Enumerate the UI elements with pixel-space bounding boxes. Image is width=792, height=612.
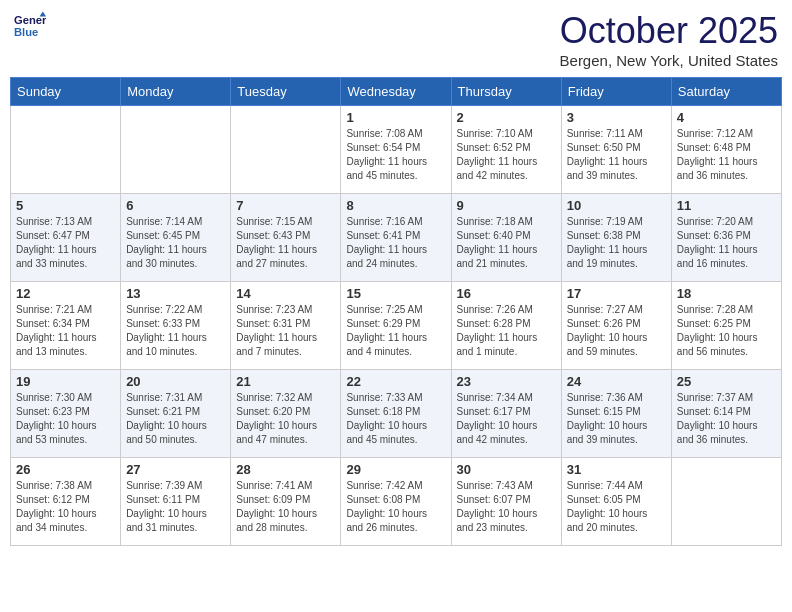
calendar-cell: 30Sunrise: 7:43 AM Sunset: 6:07 PM Dayli… <box>451 458 561 546</box>
day-info: Sunrise: 7:41 AM Sunset: 6:09 PM Dayligh… <box>236 479 335 535</box>
day-info: Sunrise: 7:44 AM Sunset: 6:05 PM Dayligh… <box>567 479 666 535</box>
calendar-cell: 3Sunrise: 7:11 AM Sunset: 6:50 PM Daylig… <box>561 106 671 194</box>
calendar-cell: 20Sunrise: 7:31 AM Sunset: 6:21 PM Dayli… <box>121 370 231 458</box>
calendar-cell: 14Sunrise: 7:23 AM Sunset: 6:31 PM Dayli… <box>231 282 341 370</box>
day-number: 16 <box>457 286 556 301</box>
calendar-cell: 18Sunrise: 7:28 AM Sunset: 6:25 PM Dayli… <box>671 282 781 370</box>
day-info: Sunrise: 7:30 AM Sunset: 6:23 PM Dayligh… <box>16 391 115 447</box>
day-info: Sunrise: 7:42 AM Sunset: 6:08 PM Dayligh… <box>346 479 445 535</box>
calendar-cell: 19Sunrise: 7:30 AM Sunset: 6:23 PM Dayli… <box>11 370 121 458</box>
header-friday: Friday <box>561 78 671 106</box>
header-sunday: Sunday <box>11 78 121 106</box>
weekday-header-row: Sunday Monday Tuesday Wednesday Thursday… <box>11 78 782 106</box>
day-number: 27 <box>126 462 225 477</box>
day-number: 1 <box>346 110 445 125</box>
day-info: Sunrise: 7:39 AM Sunset: 6:11 PM Dayligh… <box>126 479 225 535</box>
calendar-cell: 4Sunrise: 7:12 AM Sunset: 6:48 PM Daylig… <box>671 106 781 194</box>
logo: General Blue <box>14 10 46 42</box>
header-monday: Monday <box>121 78 231 106</box>
day-info: Sunrise: 7:25 AM Sunset: 6:29 PM Dayligh… <box>346 303 445 359</box>
day-number: 2 <box>457 110 556 125</box>
day-info: Sunrise: 7:23 AM Sunset: 6:31 PM Dayligh… <box>236 303 335 359</box>
day-number: 29 <box>346 462 445 477</box>
day-number: 4 <box>677 110 776 125</box>
month-title: October 2025 <box>560 10 778 52</box>
day-info: Sunrise: 7:10 AM Sunset: 6:52 PM Dayligh… <box>457 127 556 183</box>
calendar-cell: 5Sunrise: 7:13 AM Sunset: 6:47 PM Daylig… <box>11 194 121 282</box>
calendar-cell <box>121 106 231 194</box>
day-number: 24 <box>567 374 666 389</box>
calendar-week-row: 12Sunrise: 7:21 AM Sunset: 6:34 PM Dayli… <box>11 282 782 370</box>
header-saturday: Saturday <box>671 78 781 106</box>
calendar-cell: 27Sunrise: 7:39 AM Sunset: 6:11 PM Dayli… <box>121 458 231 546</box>
calendar-cell: 1Sunrise: 7:08 AM Sunset: 6:54 PM Daylig… <box>341 106 451 194</box>
calendar-cell: 6Sunrise: 7:14 AM Sunset: 6:45 PM Daylig… <box>121 194 231 282</box>
day-number: 5 <box>16 198 115 213</box>
day-number: 10 <box>567 198 666 213</box>
calendar-cell: 10Sunrise: 7:19 AM Sunset: 6:38 PM Dayli… <box>561 194 671 282</box>
calendar-cell: 25Sunrise: 7:37 AM Sunset: 6:14 PM Dayli… <box>671 370 781 458</box>
day-info: Sunrise: 7:37 AM Sunset: 6:14 PM Dayligh… <box>677 391 776 447</box>
calendar-week-row: 5Sunrise: 7:13 AM Sunset: 6:47 PM Daylig… <box>11 194 782 282</box>
day-info: Sunrise: 7:14 AM Sunset: 6:45 PM Dayligh… <box>126 215 225 271</box>
calendar-cell: 9Sunrise: 7:18 AM Sunset: 6:40 PM Daylig… <box>451 194 561 282</box>
day-number: 8 <box>346 198 445 213</box>
logo-icon: General Blue <box>14 10 46 42</box>
calendar-cell: 24Sunrise: 7:36 AM Sunset: 6:15 PM Dayli… <box>561 370 671 458</box>
calendar-week-row: 26Sunrise: 7:38 AM Sunset: 6:12 PM Dayli… <box>11 458 782 546</box>
calendar-cell <box>11 106 121 194</box>
calendar-cell: 17Sunrise: 7:27 AM Sunset: 6:26 PM Dayli… <box>561 282 671 370</box>
day-info: Sunrise: 7:21 AM Sunset: 6:34 PM Dayligh… <box>16 303 115 359</box>
day-number: 11 <box>677 198 776 213</box>
day-info: Sunrise: 7:20 AM Sunset: 6:36 PM Dayligh… <box>677 215 776 271</box>
day-number: 30 <box>457 462 556 477</box>
day-info: Sunrise: 7:28 AM Sunset: 6:25 PM Dayligh… <box>677 303 776 359</box>
day-number: 7 <box>236 198 335 213</box>
calendar-cell: 7Sunrise: 7:15 AM Sunset: 6:43 PM Daylig… <box>231 194 341 282</box>
calendar-cell <box>671 458 781 546</box>
header-wednesday: Wednesday <box>341 78 451 106</box>
day-number: 13 <box>126 286 225 301</box>
day-info: Sunrise: 7:19 AM Sunset: 6:38 PM Dayligh… <box>567 215 666 271</box>
header-tuesday: Tuesday <box>231 78 341 106</box>
calendar-cell: 31Sunrise: 7:44 AM Sunset: 6:05 PM Dayli… <box>561 458 671 546</box>
calendar-cell: 15Sunrise: 7:25 AM Sunset: 6:29 PM Dayli… <box>341 282 451 370</box>
day-info: Sunrise: 7:22 AM Sunset: 6:33 PM Dayligh… <box>126 303 225 359</box>
calendar-cell <box>231 106 341 194</box>
calendar-cell: 16Sunrise: 7:26 AM Sunset: 6:28 PM Dayli… <box>451 282 561 370</box>
day-info: Sunrise: 7:12 AM Sunset: 6:48 PM Dayligh… <box>677 127 776 183</box>
title-section: October 2025 Bergen, New York, United St… <box>560 10 778 69</box>
day-number: 17 <box>567 286 666 301</box>
day-info: Sunrise: 7:18 AM Sunset: 6:40 PM Dayligh… <box>457 215 556 271</box>
calendar-cell: 29Sunrise: 7:42 AM Sunset: 6:08 PM Dayli… <box>341 458 451 546</box>
calendar-cell: 22Sunrise: 7:33 AM Sunset: 6:18 PM Dayli… <box>341 370 451 458</box>
calendar-cell: 28Sunrise: 7:41 AM Sunset: 6:09 PM Dayli… <box>231 458 341 546</box>
day-number: 12 <box>16 286 115 301</box>
header-thursday: Thursday <box>451 78 561 106</box>
calendar-week-row: 1Sunrise: 7:08 AM Sunset: 6:54 PM Daylig… <box>11 106 782 194</box>
day-info: Sunrise: 7:43 AM Sunset: 6:07 PM Dayligh… <box>457 479 556 535</box>
day-info: Sunrise: 7:15 AM Sunset: 6:43 PM Dayligh… <box>236 215 335 271</box>
calendar-cell: 13Sunrise: 7:22 AM Sunset: 6:33 PM Dayli… <box>121 282 231 370</box>
day-number: 23 <box>457 374 556 389</box>
day-info: Sunrise: 7:13 AM Sunset: 6:47 PM Dayligh… <box>16 215 115 271</box>
day-number: 20 <box>126 374 225 389</box>
day-number: 9 <box>457 198 556 213</box>
day-number: 15 <box>346 286 445 301</box>
day-number: 19 <box>16 374 115 389</box>
day-number: 21 <box>236 374 335 389</box>
day-info: Sunrise: 7:34 AM Sunset: 6:17 PM Dayligh… <box>457 391 556 447</box>
calendar-week-row: 19Sunrise: 7:30 AM Sunset: 6:23 PM Dayli… <box>11 370 782 458</box>
calendar-cell: 11Sunrise: 7:20 AM Sunset: 6:36 PM Dayli… <box>671 194 781 282</box>
calendar-cell: 12Sunrise: 7:21 AM Sunset: 6:34 PM Dayli… <box>11 282 121 370</box>
day-number: 18 <box>677 286 776 301</box>
day-info: Sunrise: 7:11 AM Sunset: 6:50 PM Dayligh… <box>567 127 666 183</box>
calendar-cell: 2Sunrise: 7:10 AM Sunset: 6:52 PM Daylig… <box>451 106 561 194</box>
day-info: Sunrise: 7:08 AM Sunset: 6:54 PM Dayligh… <box>346 127 445 183</box>
day-number: 14 <box>236 286 335 301</box>
day-info: Sunrise: 7:16 AM Sunset: 6:41 PM Dayligh… <box>346 215 445 271</box>
header: General Blue October 2025 Bergen, New Yo… <box>10 10 782 69</box>
day-info: Sunrise: 7:31 AM Sunset: 6:21 PM Dayligh… <box>126 391 225 447</box>
day-info: Sunrise: 7:27 AM Sunset: 6:26 PM Dayligh… <box>567 303 666 359</box>
day-number: 6 <box>126 198 225 213</box>
